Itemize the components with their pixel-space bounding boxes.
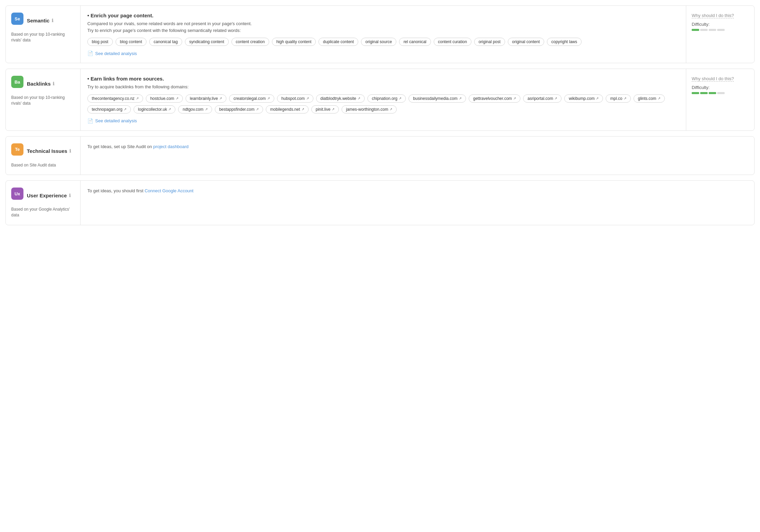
difficulty-segment <box>692 92 699 94</box>
external-link-icon: ↗ <box>176 96 178 100</box>
ux-badge: Ux <box>11 188 23 200</box>
external-link-icon: ↗ <box>267 96 270 100</box>
backlinks-domain-tag[interactable]: hubspot.com ↗ <box>277 94 313 103</box>
external-link-icon: ↗ <box>306 96 309 100</box>
semantic-difficulty-bar <box>692 29 749 31</box>
backlinks-see-analysis[interactable]: 📄 See detailed analysis <box>87 118 679 124</box>
backlinks-heading: Earn links from more sources. <box>87 76 679 82</box>
semantic-tags: blog postblog contentcanonical tagsyndic… <box>87 38 679 46</box>
semantic-info-icon[interactable]: ℹ <box>52 18 53 23</box>
backlinks-domain-tag[interactable]: mobilegends.net ↗ <box>266 105 309 113</box>
backlinks-why-link[interactable]: Why should I do this? <box>692 76 734 82</box>
external-link-icon: ↗ <box>358 96 360 100</box>
external-link-icon: ↗ <box>513 96 516 100</box>
semantic-tag: original post <box>474 38 505 46</box>
difficulty-segment <box>700 92 708 94</box>
external-link-icon: ↗ <box>554 96 557 100</box>
difficulty-segment <box>717 92 725 94</box>
technical-card: Te Technical Issues ℹ Based on Site Audi… <box>5 136 755 175</box>
external-link-icon: ↗ <box>168 107 171 111</box>
backlinks-right: Why should I do this? Difficulty: <box>686 69 754 130</box>
backlinks-title: Backlinks ℹ <box>27 81 54 87</box>
difficulty-segment <box>709 92 716 94</box>
ux-left: Ux User Experience ℹ Based on your Googl… <box>6 181 81 225</box>
semantic-tag: content creation <box>231 38 269 46</box>
backlinks-domain-tag[interactable]: technopagan.org ↗ <box>87 105 131 113</box>
semantic-heading: Enrich your page content. <box>87 13 679 18</box>
technical-project-link[interactable]: project dashboard <box>153 144 189 149</box>
technical-desc: To get Ideas, set up Site Audit on proje… <box>87 143 747 150</box>
semantic-tag: content curation <box>434 38 471 46</box>
backlinks-sub: Based on your top 10-ranking rivals' dat… <box>11 95 75 106</box>
backlinks-domain-tag[interactable]: chipnation.org ↗ <box>367 94 406 103</box>
backlinks-domain-tag[interactable]: wikibump.com ↗ <box>564 94 603 103</box>
semantic-right: Why should I do this? Difficulty: <box>686 6 754 63</box>
technical-title: Technical Issues ℹ <box>27 148 71 154</box>
external-link-icon: ↗ <box>124 107 126 111</box>
technical-left: Te Technical Issues ℹ Based on Site Audi… <box>6 137 81 175</box>
external-link-icon: ↗ <box>301 107 304 111</box>
semantic-why-link[interactable]: Why should I do this? <box>692 13 734 18</box>
backlinks-domain-tag[interactable]: gettravelvoucher.com ↗ <box>469 94 520 103</box>
backlinks-domain-tag[interactable]: hostclue.com ↗ <box>146 94 183 103</box>
backlinks-domain-tag[interactable]: glints.com ↗ <box>634 94 665 103</box>
external-link-icon: ↗ <box>219 96 222 100</box>
backlinks-domain-tag[interactable]: pinit.live ↗ <box>311 105 339 113</box>
semantic-left: Se Semantic ℹ Based on your top 10-ranki… <box>6 6 81 63</box>
semantic-title: Semantic ℹ <box>27 18 53 23</box>
backlinks-card: Ba Backlinks ℹ Based on your top 10-rank… <box>5 69 755 131</box>
technical-info-icon[interactable]: ℹ <box>69 148 71 154</box>
semantic-badge: Se <box>11 13 23 25</box>
semantic-difficulty-label: Difficulty: <box>692 22 749 27</box>
backlinks-domain-tag[interactable]: bestappsfinder.com ↗ <box>215 105 263 113</box>
backlinks-badge: Ba <box>11 76 23 88</box>
external-link-icon: ↗ <box>205 107 208 111</box>
external-link-icon: ↗ <box>390 107 392 111</box>
semantic-sub: Based on your top 10-ranking rivals' dat… <box>11 32 75 43</box>
semantic-tag: blog content <box>116 38 146 46</box>
technical-sub: Based on Site Audit data <box>11 162 75 168</box>
external-link-icon: ↗ <box>332 107 334 111</box>
ux-connect-link[interactable]: Connect Google Account <box>144 188 193 193</box>
backlinks-domain-tag[interactable]: businessdailymedia.com ↗ <box>409 94 466 103</box>
ux-info-icon[interactable]: ℹ <box>69 193 71 198</box>
ux-card: Ux User Experience ℹ Based on your Googl… <box>5 180 755 225</box>
external-link-icon: ↗ <box>136 96 139 100</box>
semantic-tag: syndicating content <box>185 38 229 46</box>
backlinks-info-icon[interactable]: ℹ <box>53 81 54 86</box>
ux-title: User Experience ℹ <box>27 193 71 198</box>
semantic-tag: duplicate content <box>318 38 358 46</box>
semantic-doc-icon: 📄 <box>87 51 93 56</box>
backlinks-domain-tag[interactable]: asriportal.com ↗ <box>523 94 562 103</box>
backlinks-domain-tag[interactable]: creatorslegal.com ↗ <box>229 94 274 103</box>
ux-desc: To get ideas, you should first Connect G… <box>87 188 747 194</box>
semantic-tag: rel canonical <box>399 38 431 46</box>
backlinks-domain-tag[interactable]: learnbrainly.live ↗ <box>186 94 226 103</box>
backlinks-main: Earn links from more sources. Try to acq… <box>81 69 686 130</box>
difficulty-segment <box>717 29 725 31</box>
technical-main: To get Ideas, set up Site Audit on proje… <box>81 137 754 175</box>
difficulty-segment <box>700 29 708 31</box>
semantic-tag: original source <box>361 38 396 46</box>
backlinks-left: Ba Backlinks ℹ Based on your top 10-rank… <box>6 69 81 130</box>
semantic-main: Enrich your page content. Compared to yo… <box>81 6 686 63</box>
semantic-tag: high quality content <box>272 38 316 46</box>
backlinks-domain-tag[interactable]: diatblodtryk.website ↗ <box>316 94 365 103</box>
external-link-icon: ↗ <box>596 96 599 100</box>
backlinks-domain-tag[interactable]: james-worthington.com ↗ <box>342 105 397 113</box>
difficulty-segment <box>692 29 699 31</box>
external-link-icon: ↗ <box>658 96 660 100</box>
backlinks-difficulty-bar <box>692 92 749 94</box>
semantic-see-analysis[interactable]: 📄 See detailed analysis <box>87 51 679 56</box>
backlinks-domain-tag[interactable]: thecontentagency.co.nz ↗ <box>87 94 143 103</box>
external-link-icon: ↗ <box>399 96 401 100</box>
external-link-icon: ↗ <box>624 96 626 100</box>
backlinks-domain-tag[interactable]: mpl.co ↗ <box>606 94 631 103</box>
backlinks-domain-tag[interactable]: ndtgov.com ↗ <box>178 105 212 113</box>
backlinks-difficulty-label: Difficulty: <box>692 85 749 90</box>
semantic-card: Se Semantic ℹ Based on your top 10-ranki… <box>5 5 755 63</box>
semantic-tag: blog post <box>87 38 113 46</box>
backlinks-domain-tag[interactable]: logincollector.uk ↗ <box>134 105 175 113</box>
semantic-tag: original content <box>508 38 544 46</box>
external-link-icon: ↗ <box>256 107 259 111</box>
